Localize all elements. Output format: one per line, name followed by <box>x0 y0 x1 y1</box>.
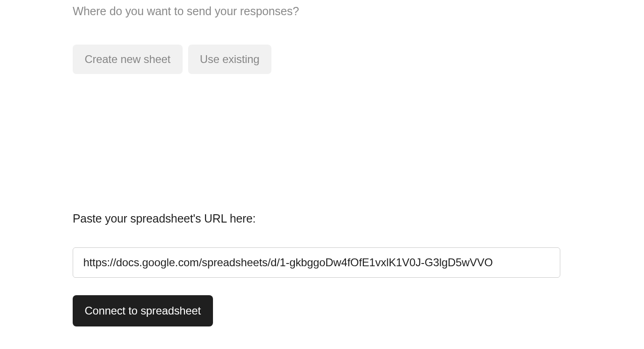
spreadsheet-url-label: Paste your spreadsheet's URL here: <box>73 212 560 225</box>
spreadsheet-url-input[interactable] <box>73 247 560 278</box>
spreadsheet-connect-panel: Where do you want to send your responses… <box>73 5 560 326</box>
connect-to-spreadsheet-button[interactable]: Connect to spreadsheet <box>73 295 213 326</box>
destination-options: Create new sheet Use existing <box>73 45 560 74</box>
use-existing-button[interactable]: Use existing <box>188 45 272 74</box>
destination-prompt: Where do you want to send your responses… <box>73 5 560 18</box>
create-new-sheet-button[interactable]: Create new sheet <box>73 45 183 74</box>
